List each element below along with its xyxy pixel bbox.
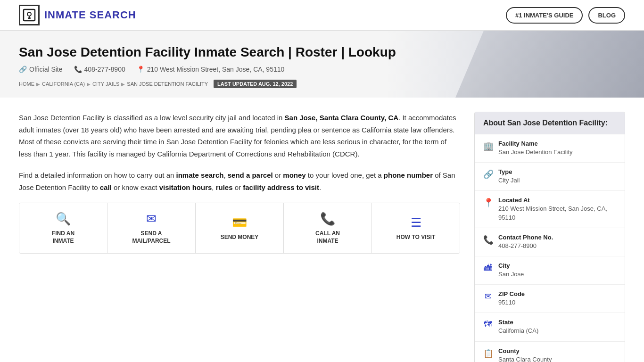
how-to-visit-label: HOW TO VISIT — [396, 234, 435, 241]
svg-rect-2 — [28, 17, 31, 19]
call-inmate-label: CALL ANINMATE — [315, 230, 340, 245]
logo-area: INMATE SEARCH — [19, 5, 136, 25]
action-row: 🔍 FIND ANINMATE ✉ SEND AMAIL/PARCEL 💳 SE… — [19, 203, 460, 254]
bold-money: money — [283, 171, 305, 179]
located-at-label: Located At — [498, 197, 616, 204]
type-label: Type — [498, 168, 520, 175]
blog-button[interactable]: BLOG — [588, 7, 625, 24]
breadcrumb-current: SAN JOSE DETENTION FACILITY — [127, 81, 208, 87]
how-to-visit-action[interactable]: ☰ HOW TO VISIT — [372, 203, 460, 253]
hero-section: San Jose Detention Facility Inmate Searc… — [0, 31, 644, 98]
city-label: City — [498, 262, 524, 269]
sidebar-zip: ✉ ZIP Code 95110 — [475, 285, 625, 313]
official-site-link[interactable]: 🔗 Official Site — [19, 66, 63, 73]
bold-inmate-search: inmate search — [176, 171, 224, 179]
sidebar-card: About San Jose Detention Facility: 🏢 Fac… — [474, 112, 625, 362]
bold-facility-address: facility address to visit — [243, 183, 319, 191]
breadcrumb-sep-1: ▶ — [36, 82, 40, 87]
type-value: City Jail — [498, 176, 520, 185]
description-para-2: Find a detailed information on how to ca… — [19, 169, 460, 193]
call-inmate-action[interactable]: 📞 CALL ANINMATE — [284, 203, 372, 253]
location-icon: 📍 — [137, 66, 145, 73]
breadcrumb-sep-2: ▶ — [87, 82, 91, 87]
type-icon: 🔗 — [483, 169, 493, 180]
send-money-action[interactable]: 💳 SEND MONEY — [196, 203, 284, 253]
right-column: About San Jose Detention Facility: 🏢 Fac… — [474, 112, 625, 362]
money-icon: 💳 — [232, 215, 247, 230]
county-icon: 📋 — [483, 348, 493, 359]
sidebar-located-at: 📍 Located At 210 West Mission Street, Sa… — [475, 191, 625, 228]
bold-rules: rules — [216, 183, 233, 191]
located-at-value: 210 West Mission Street, San Jose, CA, 9… — [498, 205, 616, 222]
zip-value: 95110 — [498, 298, 525, 307]
bold-call: call — [100, 183, 112, 191]
send-mail-label: SEND AMAIL/PARCEL — [132, 230, 170, 245]
find-inmate-action[interactable]: 🔍 FIND ANINMATE — [19, 203, 107, 253]
sidebar-type: 🔗 Type City Jail — [475, 163, 625, 191]
breadcrumb-home[interactable]: HOME — [19, 81, 34, 87]
facility-name-value: San Jose Detention Facility — [498, 148, 573, 156]
city-value: San Jose — [498, 270, 524, 279]
link-icon: 🔗 — [19, 66, 27, 73]
sidebar-city: 🏙 City San Jose — [475, 256, 625, 285]
county-label: County — [498, 347, 552, 354]
main-content: San Jose Detention Facility is classifie… — [0, 98, 644, 362]
bold-visitation-hours: visitation hours — [159, 183, 212, 191]
address-meta: 📍 210 West Mission Street, San Jose, CA,… — [137, 66, 285, 73]
sidebar-title: About San Jose Detention Facility: — [475, 112, 625, 134]
page-title: San Jose Detention Facility Inmate Searc… — [19, 45, 625, 60]
header: INMATE SEARCH #1 INMATE'S GUIDE BLOG — [0, 0, 644, 31]
hero-meta: 🔗 Official Site 📞 408-277-8900 📍 210 Wes… — [19, 66, 625, 73]
mail-icon: ✉ — [146, 212, 157, 226]
header-nav: #1 INMATE'S GUIDE BLOG — [506, 7, 625, 24]
sidebar-facility-name: 🏢 Facility Name San Jose Detention Facil… — [475, 134, 625, 163]
find-inmate-label: FIND ANINMATE — [52, 230, 74, 245]
logo-icon — [19, 5, 40, 25]
state-label: State — [498, 319, 538, 326]
logo-text: INMATE SEARCH — [44, 9, 136, 21]
svg-point-1 — [27, 12, 31, 16]
last-updated-badge: LAST UPDATED AUG. 12, 2022 — [214, 80, 297, 88]
phone-value: 408-277-8900 — [498, 242, 553, 250]
description-para-1: San Jose Detention Facility is classifie… — [19, 112, 460, 160]
phone-call-icon: 📞 — [320, 212, 335, 226]
building-icon: 🏢 — [483, 141, 493, 151]
sidebar-county: 📋 County Santa Clara County — [475, 342, 625, 362]
state-icon: 🗺 — [483, 320, 493, 329]
sidebar-phone: 📞 Contact Phone No. 408-277-8900 — [475, 228, 625, 256]
phone-meta: 📞 408-277-8900 — [74, 66, 125, 73]
breadcrumb-category[interactable]: CITY JAILS — [92, 81, 119, 87]
send-mail-action[interactable]: ✉ SEND AMAIL/PARCEL — [107, 203, 196, 253]
county-value: Santa Clara County — [498, 355, 552, 362]
search-icon: 🔍 — [56, 212, 71, 226]
visit-icon: ☰ — [411, 215, 421, 230]
phone-icon: 📞 — [74, 66, 82, 73]
inmates-guide-button[interactable]: #1 INMATE'S GUIDE — [506, 7, 583, 24]
breadcrumb: HOME ▶ CALIFORNIA (CA) ▶ CITY JAILS ▶ SA… — [19, 80, 625, 88]
send-money-label: SEND MONEY — [221, 234, 259, 241]
bold-location: San Jose, Santa Clara County, CA — [285, 114, 398, 122]
bold-send-parcel: send a parcel — [228, 171, 273, 179]
zip-label: ZIP Code — [498, 290, 525, 297]
location-pin-icon: 📍 — [483, 197, 493, 208]
left-column: San Jose Detention Facility is classifie… — [19, 112, 460, 362]
phone-label: Contact Phone No. — [498, 234, 553, 241]
breadcrumb-sep-3: ▶ — [121, 82, 125, 87]
svg-rect-0 — [24, 9, 35, 21]
city-icon: 🏙 — [483, 263, 493, 273]
contact-phone-icon: 📞 — [483, 235, 493, 245]
bold-phone-number: phone number — [384, 171, 433, 179]
facility-name-label: Facility Name — [498, 140, 573, 147]
zip-icon: ✉ — [483, 291, 493, 302]
state-value: California (CA) — [498, 327, 538, 335]
sidebar-state: 🗺 State California (CA) — [475, 313, 625, 341]
breadcrumb-state[interactable]: CALIFORNIA (CA) — [42, 81, 85, 87]
